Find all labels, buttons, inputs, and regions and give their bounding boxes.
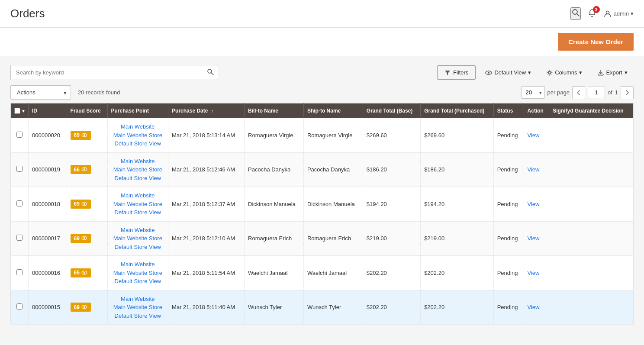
actions-select-wrap: Actions ▾ xyxy=(10,85,71,100)
row-checkbox-cell xyxy=(11,187,29,222)
cell-bill-to-name: Romaguera Erich xyxy=(245,221,304,256)
cell-purchase-date: Mar 21, 2018 5:13:14 AM xyxy=(168,118,245,152)
purchase-point-text: Main Website Main Website Store Default … xyxy=(111,191,165,217)
cell-ship-to-name: Romaguera Virgie xyxy=(303,118,363,152)
table-row: 000000017 69 Main Website Main Website S… xyxy=(11,221,634,256)
cell-id: 000000016 xyxy=(29,256,67,290)
purchase-point-text: Main Website Main Website Store Default … xyxy=(111,157,165,183)
cell-grand-total-purchased: $219.00 xyxy=(421,221,494,256)
eye-icon xyxy=(81,167,87,171)
cell-status: Pending xyxy=(493,221,524,256)
col-header-action: Action xyxy=(524,103,549,119)
cell-bill-to-name: Dickinson Manuela xyxy=(245,187,304,222)
view-link[interactable]: View xyxy=(528,270,540,276)
sort-arrow-icon: ↑ xyxy=(211,108,214,113)
pagination: 20 ▾ per page 1 of 1 xyxy=(521,86,634,99)
chevron-right-icon xyxy=(625,90,629,95)
table-row: 000000018 69 Main Website Main Website S… xyxy=(11,187,634,222)
fraud-eye-icon[interactable] xyxy=(81,304,87,310)
cell-action: View xyxy=(524,187,549,222)
top-header: Orders 3 admin ▾ xyxy=(0,0,644,28)
fraud-score-value: 66 xyxy=(74,167,80,173)
admin-user-menu[interactable]: admin ▾ xyxy=(603,10,634,18)
fraud-badge: 69 xyxy=(71,303,91,312)
row-checkbox-cell xyxy=(11,290,29,325)
cell-id: 000000019 xyxy=(29,152,67,187)
columns-dropdown-icon: ▾ xyxy=(579,69,582,76)
fraud-badge: 65 xyxy=(71,268,91,277)
default-view-button[interactable]: Default View ▾ xyxy=(479,66,537,80)
cell-signifyd xyxy=(549,187,634,222)
cell-signifyd xyxy=(549,290,634,325)
cell-fraud-score: 65 xyxy=(67,256,107,290)
cell-purchase-point: Main Website Main Website Store Default … xyxy=(107,221,168,256)
per-page-select-wrap: 20 ▾ xyxy=(521,86,545,99)
fraud-eye-icon[interactable] xyxy=(81,166,87,173)
row-checkbox[interactable] xyxy=(16,132,23,138)
admin-label: admin xyxy=(614,10,629,17)
eye-view-icon xyxy=(485,69,492,76)
cell-id: 000000017 xyxy=(29,221,67,256)
view-link[interactable]: View xyxy=(528,201,540,207)
cell-purchase-date: Mar 21, 2018 5:12:46 AM xyxy=(168,152,245,187)
table-row: 000000020 69 Main Website Main Website S… xyxy=(11,118,634,152)
view-link[interactable]: View xyxy=(528,304,540,310)
fraud-badge: 69 xyxy=(71,200,91,209)
cell-grand-total-base: $194.20 xyxy=(363,187,420,222)
select-all-checkbox[interactable] xyxy=(14,108,20,114)
view-link[interactable]: View xyxy=(528,132,540,139)
eye-icon xyxy=(81,236,87,240)
row-checkbox[interactable] xyxy=(16,269,23,275)
cell-signifyd xyxy=(549,256,634,290)
create-new-order-button[interactable]: Create New Order xyxy=(558,33,634,51)
cell-action: View xyxy=(524,152,549,187)
columns-button[interactable]: Columns ▾ xyxy=(541,66,588,79)
orders-table: ▾ ID Fraud Score Purchase Point Purchase… xyxy=(10,103,634,325)
cell-purchase-point: Main Website Main Website Store Default … xyxy=(107,152,168,187)
cell-purchase-point: Main Website Main Website Store Default … xyxy=(107,118,168,152)
row-checkbox[interactable] xyxy=(16,235,23,241)
view-link[interactable]: View xyxy=(528,166,540,173)
svg-point-15 xyxy=(84,203,85,205)
search-input[interactable] xyxy=(10,65,218,80)
col-header-bill-to-name: Bill-to Name xyxy=(245,103,304,119)
actions-select[interactable]: Actions xyxy=(10,85,71,100)
cell-ship-to-name: Dickinson Manuela xyxy=(303,187,363,222)
fraud-eye-icon[interactable] xyxy=(81,201,87,207)
fraud-eye-icon[interactable] xyxy=(81,270,87,276)
fraud-eye-icon[interactable] xyxy=(81,132,87,139)
svg-point-13 xyxy=(84,168,85,170)
cell-grand-total-purchased: $186.20 xyxy=(421,152,494,187)
table-row: 000000019 66 Main Website Main Website S… xyxy=(11,152,634,187)
export-dropdown-icon: ▾ xyxy=(625,69,628,76)
eye-icon xyxy=(81,133,87,137)
search-icon-button[interactable] xyxy=(570,7,581,20)
row-checkbox[interactable] xyxy=(16,303,23,310)
cell-purchase-date: Mar 21, 2018 5:12:10 AM xyxy=(168,221,245,256)
action-bar: Create New Order xyxy=(0,28,644,56)
notifications-bell[interactable]: 3 xyxy=(588,9,596,19)
cell-bill-to-name: Wunsch Tyler xyxy=(245,290,304,325)
per-page-select[interactable]: 20 xyxy=(521,86,545,99)
filters-button[interactable]: Filters xyxy=(437,65,476,80)
fraud-eye-icon[interactable] xyxy=(81,235,87,242)
view-link[interactable]: View xyxy=(528,235,540,242)
cell-bill-to-name: Pacocha Danyka xyxy=(245,152,304,187)
row-checkbox[interactable] xyxy=(16,166,23,172)
export-icon xyxy=(598,70,604,76)
cell-grand-total-base: $219.00 xyxy=(363,221,420,256)
cell-fraud-score: 69 xyxy=(67,221,107,256)
previous-page-button[interactable] xyxy=(572,86,585,99)
col-header-purchase-date[interactable]: Purchase Date ↑ xyxy=(168,103,245,119)
col-header-grand-total-base: Grand Total (Base) xyxy=(363,103,420,119)
export-button[interactable]: Export ▾ xyxy=(592,66,634,79)
purchase-point-text: Main Website Main Website Store Default … xyxy=(111,226,165,251)
next-page-button[interactable] xyxy=(621,86,634,99)
purchase-point-text: Main Website Main Website Store Default … xyxy=(111,295,165,320)
header-checkbox-dropdown[interactable]: ▾ xyxy=(22,108,25,114)
cell-purchase-date: Mar 21, 2018 5:12:37 AM xyxy=(168,187,245,222)
actions-left: Actions ▾ 20 records found xyxy=(10,85,120,100)
row-checkbox[interactable] xyxy=(16,200,23,206)
page-number-input[interactable]: 1 xyxy=(588,87,605,98)
search-submit-button[interactable] xyxy=(207,68,214,77)
